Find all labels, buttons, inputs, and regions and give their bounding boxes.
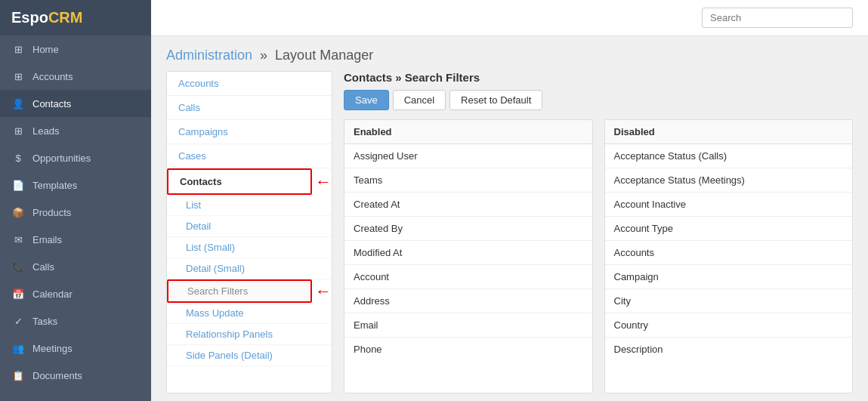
list-item: Accounts: [605, 241, 853, 265]
logo: EspoCRM: [0, 0, 151, 35]
breadcrumb-separator: »: [260, 48, 267, 63]
topbar: [151, 0, 868, 36]
contacts-icon: 👤: [11, 97, 25, 110]
arrow-search-filters: ←: [315, 283, 332, 300]
sidebar-item-leads[interactable]: ⊞ Leads: [0, 117, 151, 144]
entity-panel: Accounts Calls Campaigns Cases Contacts …: [166, 71, 332, 393]
home-icon: ⊞: [11, 42, 25, 56]
list-item: Address: [344, 289, 592, 313]
disabled-header: Disabled: [605, 120, 853, 144]
sidebar-item-emails[interactable]: ✉ Emails: [0, 226, 151, 253]
list-item: Acceptance Status (Calls): [605, 144, 853, 168]
entity-calls[interactable]: Calls: [167, 96, 332, 120]
leads-icon: ⊞: [11, 124, 25, 137]
meetings-icon: 👥: [11, 341, 25, 355]
sub-list-small[interactable]: List (Small): [167, 237, 332, 258]
sidebar-item-label: Calendar: [32, 288, 73, 300]
right-panel: Contacts » Search Filters Save Cancel Re…: [344, 71, 853, 393]
sidebar-item-home[interactable]: ⊞ Home: [0, 35, 151, 63]
sub-search-filters[interactable]: Search Filters: [167, 279, 312, 303]
entity-cases[interactable]: Cases: [167, 144, 332, 168]
list-item: Account Type: [605, 217, 853, 241]
content-area: Administration » Layout Manager Accounts…: [151, 36, 868, 401]
action-bar: Save Cancel Reset to Default: [344, 90, 853, 110]
entity-contacts[interactable]: Contacts: [167, 168, 312, 195]
main-content: Administration » Layout Manager Accounts…: [151, 0, 868, 401]
sub-detail-small[interactable]: Detail (Small): [167, 258, 332, 279]
reset-button[interactable]: Reset to Default: [449, 90, 542, 110]
disabled-column: Disabled Acceptance Status (Calls) Accep…: [604, 119, 854, 393]
list-item: Description: [605, 338, 853, 361]
breadcrumb-admin[interactable]: Administration: [166, 48, 252, 63]
save-button[interactable]: Save: [344, 90, 389, 110]
search-input[interactable]: [702, 8, 853, 28]
sidebar-item-label: Calls: [32, 261, 54, 273]
logo-text: EspoCRM: [11, 9, 82, 26]
sidebar-item-label: Documents: [32, 370, 82, 381]
breadcrumb: Administration » Layout Manager: [151, 36, 868, 71]
entity-accounts[interactable]: Accounts: [167, 72, 332, 96]
sidebar-item-label: Emails: [32, 234, 62, 245]
arrow-contacts: ←: [315, 174, 332, 190]
sidebar-item-label: Contacts: [32, 98, 71, 110]
list-item: Teams: [344, 168, 592, 193]
list-item: Campaign: [605, 265, 853, 289]
sidebar-item-accounts[interactable]: ⊞ Accounts: [0, 63, 151, 90]
list-item: Created At: [344, 193, 592, 217]
sidebar-item-contacts[interactable]: 👤 Contacts: [0, 90, 151, 117]
accounts-icon: ⊞: [11, 69, 25, 83]
panel-title: Contacts » Search Filters: [344, 71, 853, 84]
list-item: Email: [344, 313, 592, 338]
entity-campaigns[interactable]: Campaigns: [167, 120, 332, 144]
documents-icon: 📋: [11, 369, 25, 382]
tasks-icon: ✓: [11, 314, 25, 328]
sub-mass-update[interactable]: Mass Update: [167, 303, 332, 324]
products-icon: 📦: [11, 205, 25, 219]
sidebar-item-label: Meetings: [32, 343, 73, 354]
sidebar-item-label: Templates: [32, 180, 77, 191]
sidebar-item-label: Leads: [32, 125, 59, 137]
sidebar-item-label: Opportunities: [32, 153, 91, 164]
list-item: Country: [605, 313, 853, 338]
list-item: Acceptance Status (Meetings): [605, 168, 853, 193]
list-item: Assigned User: [344, 144, 592, 168]
sidebar-item-templates[interactable]: 📄 Templates: [0, 171, 151, 199]
list-item: City: [605, 289, 853, 313]
sub-detail[interactable]: Detail: [167, 216, 332, 237]
sidebar-item-calendar[interactable]: 📅 Calendar: [0, 280, 151, 307]
sidebar-item-label: Products: [32, 207, 71, 218]
sidebar-item-label: Accounts: [32, 71, 73, 82]
list-item: Phone: [344, 338, 592, 361]
list-item: Created By: [344, 217, 592, 241]
cancel-button[interactable]: Cancel: [393, 90, 446, 110]
sub-list[interactable]: List: [167, 195, 332, 216]
filter-columns: Enabled Assigned User Teams Created At C…: [344, 119, 853, 393]
breadcrumb-current: Layout Manager: [275, 48, 373, 63]
sidebar-item-documents[interactable]: 📋 Documents: [0, 362, 151, 389]
sidebar-item-calls[interactable]: 📞 Calls: [0, 253, 151, 280]
body-layout: Accounts Calls Campaigns Cases Contacts …: [151, 71, 868, 401]
calls-icon: 📞: [11, 260, 25, 273]
sidebar-item-label: Home: [32, 44, 59, 55]
list-item: Account: [344, 265, 592, 289]
templates-icon: 📄: [11, 178, 25, 192]
sidebar-item-meetings[interactable]: 👥 Meetings: [0, 335, 151, 362]
sidebar-item-opportunities[interactable]: $ Opportunities: [0, 144, 151, 171]
list-item: Modified At: [344, 241, 592, 265]
sub-side-panels-detail[interactable]: Side Panels (Detail): [167, 345, 332, 366]
enabled-column: Enabled Assigned User Teams Created At C…: [344, 119, 593, 393]
opportunities-icon: $: [11, 151, 25, 165]
emails-icon: ✉: [11, 233, 25, 246]
enabled-header: Enabled: [344, 120, 592, 144]
sub-relationship-panels[interactable]: Relationship Panels: [167, 324, 332, 345]
sidebar-nav: ⊞ Home ⊞ Accounts 👤 Contacts ⊞ Leads $ O…: [0, 35, 151, 401]
sidebar-item-label: Tasks: [32, 316, 57, 327]
sidebar: EspoCRM ⊞ Home ⊞ Accounts 👤 Contacts ⊞ L…: [0, 0, 151, 401]
sidebar-item-products[interactable]: 📦 Products: [0, 199, 151, 226]
list-item: Account Inactive: [605, 193, 853, 217]
calendar-icon: 📅: [11, 287, 25, 301]
sidebar-item-tasks[interactable]: ✓ Tasks: [0, 307, 151, 335]
